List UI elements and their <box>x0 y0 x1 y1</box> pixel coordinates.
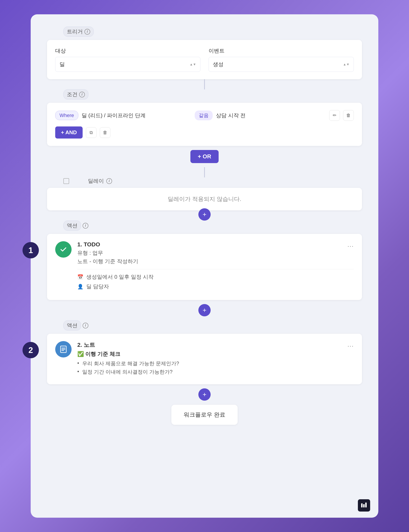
action2-header: 2. 노트 ✅ 이행 기준 체크 우리 회사 제품으로 해결 가능한 문제인가?… <box>55 341 354 377</box>
condition-section: 조건 i Where 딜 (리드) / 파이프라인 단계 같음 상담 시작 전 … <box>47 89 362 146</box>
action1-section-label: 액션 <box>63 221 81 231</box>
trash-icon-2: 🗑 <box>103 130 107 135</box>
edit-condition-btn[interactable]: ✏ <box>329 110 340 121</box>
condition-title: 조건 <box>67 91 77 98</box>
target-label: 대상 <box>55 47 200 54</box>
action1-card: 1. TODO 유형 : 업무 노트 - 이행 기준 작성하기 📅 생성일에서 … <box>47 234 362 300</box>
action2-info-icon: i <box>83 323 88 328</box>
action2-more-btn[interactable]: ... <box>347 341 354 348</box>
flow-container: 트리거 i 대상 딜 ▲▼ 이벤트 생성 <box>47 27 362 425</box>
connector-1 <box>204 79 205 89</box>
target-arrows: ▲▼ <box>190 63 196 66</box>
condition-field: 딜 (리드) / 파이프라인 단계 <box>82 112 192 119</box>
event-arrows: ▲▼ <box>343 63 350 66</box>
note-bullet-1: 우리 회사 제품으로 해결 가능한 문제인가? <box>77 360 354 367</box>
workflow-complete: 워크플로우 완료 <box>171 405 238 425</box>
event-label: 이벤트 <box>209 47 354 54</box>
delay-label: 딜레이 <box>88 177 104 185</box>
target-value: 딜 <box>59 61 65 68</box>
action1-icon <box>55 241 72 258</box>
action1-assignee-text: 딜 담당자 <box>86 283 109 290</box>
action2-note-title: ✅ 이행 기준 체크 <box>77 351 354 358</box>
action2-card: 2. 노트 ✅ 이행 기준 체크 우리 회사 제품으로 해결 가능한 문제인가?… <box>47 334 362 384</box>
trigger-row: 대상 딜 ▲▼ 이벤트 생성 ▲▼ <box>55 47 354 72</box>
trash-icon: 🗑 <box>346 113 351 118</box>
delay-checkbox[interactable] <box>63 178 69 184</box>
trigger-label: 트리거 i <box>63 27 94 37</box>
trigger-section: 트리거 i 대상 딜 ▲▼ 이벤트 생성 <box>47 27 362 79</box>
action2-note-list: 우리 회사 제품으로 해결 가능한 문제인가? 일정 기간 이내에 의사결정이 … <box>77 360 354 375</box>
action1-info-icon: i <box>83 223 88 228</box>
delete-condition-group-btn[interactable]: 🗑 <box>100 127 111 138</box>
copy-icon: ⧉ <box>90 130 93 135</box>
action2-icon <box>55 341 72 357</box>
condition-label: 조건 i <box>63 89 88 99</box>
step-number-1: 1 <box>22 242 39 258</box>
or-section: + OR <box>190 146 219 167</box>
svg-rect-5 <box>363 504 365 507</box>
target-select[interactable]: 딜 ▲▼ <box>55 57 200 72</box>
delay-label-row: 딜레이 i <box>63 177 362 185</box>
calendar-icon: 📅 <box>77 274 84 280</box>
delay-info-icon: i <box>106 178 112 184</box>
trigger-target-field: 대상 딜 ▲▼ <box>55 47 200 72</box>
add-action-btn-1[interactable]: + <box>198 208 211 221</box>
delete-condition-btn[interactable]: 🗑 <box>343 110 354 121</box>
delay-text: 딜레이가 적용되지 않습니다. <box>168 196 241 202</box>
equals-badge: 같음 <box>195 111 213 120</box>
trigger-info-icon: i <box>84 29 90 35</box>
person-icon: 👤 <box>77 284 84 290</box>
connector-2 <box>204 167 205 177</box>
note-bullet-2: 일정 기간 이내에 의사결정이 가능한가? <box>77 369 354 375</box>
add-action-btn-2[interactable]: + <box>198 304 211 316</box>
action2-section-label: 액션 <box>63 320 81 331</box>
where-badge: Where <box>55 111 78 120</box>
main-card: 트리거 i 대상 딜 ▲▼ 이벤트 생성 <box>31 14 378 518</box>
bottom-right-icon <box>358 499 370 512</box>
action2-note-content: ✅ 이행 기준 체크 우리 회사 제품으로 해결 가능한 문제인가? 일정 기간… <box>77 351 354 375</box>
action2-title: 2. 노트 <box>77 341 354 349</box>
action1-type: 유형 : 업무 <box>77 249 354 256</box>
edit-icon: ✏ <box>333 113 336 118</box>
event-value: 생성 <box>213 61 223 68</box>
step-number-2: 2 <box>22 342 39 358</box>
action1-note: 노트 - 이행 기준 작성하기 <box>77 258 354 265</box>
delay-section: 딜레이 i 딜레이가 적용되지 않습니다. <box>47 177 362 210</box>
action1-assignee: 👤 딜 담당자 <box>77 283 354 290</box>
copy-condition-btn[interactable]: ⧉ <box>86 127 96 138</box>
event-select[interactable]: 생성 ▲▼ <box>209 57 354 72</box>
condition-row: Where 딜 (리드) / 파이프라인 단계 같음 상담 시작 전 ✏ 🗑 <box>55 110 354 121</box>
condition-info-icon: i <box>79 92 85 97</box>
trigger-card: 대상 딜 ▲▼ 이벤트 생성 ▲▼ <box>47 40 362 79</box>
action1-date: 📅 생성일에서 0 일후 일정 시작 <box>77 273 354 281</box>
action1-date-text: 생성일에서 0 일후 일정 시작 <box>86 273 154 281</box>
svg-rect-6 <box>365 503 367 507</box>
trigger-event-field: 이벤트 생성 ▲▼ <box>209 47 354 72</box>
add-action-btn-3[interactable]: + <box>198 388 211 401</box>
condition-value: 상담 시작 전 <box>216 112 326 119</box>
action1-content: 1. TODO 유형 : 업무 노트 - 이행 기준 작성하기 📅 생성일에서 … <box>77 241 354 293</box>
action1-header: 1. TODO 유형 : 업무 노트 - 이행 기준 작성하기 📅 생성일에서 … <box>55 241 354 293</box>
svg-rect-4 <box>361 503 363 507</box>
condition-card: Where 딜 (리드) / 파이프라인 단계 같음 상담 시작 전 ✏ 🗑 +… <box>47 103 362 146</box>
delay-card: 딜레이가 적용되지 않습니다. <box>47 188 362 210</box>
action1-title: 1. TODO <box>77 241 354 248</box>
condition-actions: + AND ⧉ 🗑 <box>55 126 354 139</box>
or-button[interactable]: + OR <box>190 150 219 163</box>
trigger-title: 트리거 <box>67 28 83 35</box>
and-button[interactable]: + AND <box>55 126 83 139</box>
action2-content: 2. 노트 ✅ 이행 기준 체크 우리 회사 제품으로 해결 가능한 문제인가?… <box>77 341 354 377</box>
action1-more-btn[interactable]: ... <box>347 241 354 248</box>
